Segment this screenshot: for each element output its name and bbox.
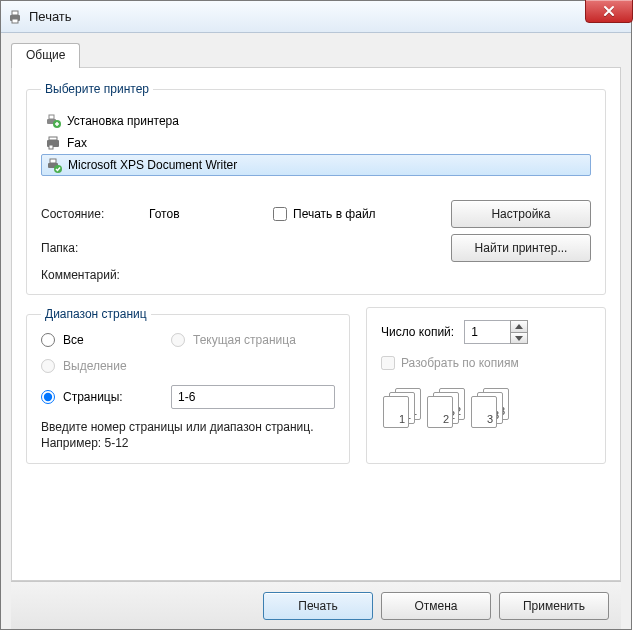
printer-item-xps[interactable]: Microsoft XPS Document Writer bbox=[41, 154, 591, 176]
apply-button[interactable]: Применить bbox=[499, 592, 609, 620]
settings-button[interactable]: Настройка bbox=[451, 200, 591, 228]
print-to-file-label: Печать в файл bbox=[293, 207, 376, 221]
add-printer-icon bbox=[45, 113, 61, 129]
range-pages-radio[interactable] bbox=[41, 390, 55, 404]
printer-item-label: Установка принтера bbox=[67, 114, 179, 128]
printer-icon bbox=[7, 9, 23, 25]
collate-label: Разобрать по копиям bbox=[401, 356, 519, 370]
range-all-label: Все bbox=[63, 333, 84, 347]
range-current: Текущая страница bbox=[171, 333, 335, 347]
folder-label: Папка: bbox=[41, 241, 141, 255]
printer-list[interactable]: Установка принтера Fax Microsoft XPS Doc… bbox=[41, 108, 591, 194]
range-current-radio bbox=[171, 333, 185, 347]
copies-input[interactable] bbox=[464, 320, 510, 344]
copies-group: Число копий: Разобрать по копиям bbox=[366, 307, 606, 464]
tabstrip: Общие bbox=[11, 43, 621, 68]
print-to-file-input[interactable] bbox=[273, 207, 287, 221]
range-all[interactable]: Все bbox=[41, 333, 161, 347]
range-all-radio[interactable] bbox=[41, 333, 55, 347]
comment-label: Комментарий: bbox=[41, 268, 141, 282]
copies-up[interactable] bbox=[510, 320, 528, 332]
fax-icon bbox=[45, 135, 61, 151]
close-button[interactable] bbox=[585, 0, 633, 23]
range-selection-label: Выделение bbox=[63, 359, 127, 373]
collate-illustration: 1 1 1 2 2 2 3 3 3 bbox=[381, 388, 591, 430]
print-dialog: Печать Общие Выберите принтер Установка … bbox=[0, 0, 632, 630]
range-pages[interactable]: Страницы: bbox=[41, 390, 161, 404]
print-to-file-checkbox[interactable]: Печать в файл bbox=[273, 207, 443, 221]
printer-group: Выберите принтер Установка принтера Fax bbox=[26, 82, 606, 295]
tab-general[interactable]: Общие bbox=[11, 43, 80, 68]
printer-group-legend: Выберите принтер bbox=[41, 82, 153, 96]
collate-input bbox=[381, 356, 395, 370]
svg-rect-10 bbox=[50, 159, 56, 163]
pages-input[interactable] bbox=[171, 385, 335, 409]
range-current-label: Текущая страница bbox=[193, 333, 296, 347]
svg-rect-1 bbox=[12, 11, 18, 15]
status-label: Состояние: bbox=[41, 207, 141, 221]
copies-spinner[interactable] bbox=[464, 320, 528, 344]
titlebar: Печать bbox=[1, 1, 631, 33]
find-printer-button[interactable]: Найти принтер... bbox=[451, 234, 591, 262]
page-range-group: Диапазон страниц Все Текущая страница bbox=[26, 307, 350, 464]
svg-rect-7 bbox=[49, 137, 57, 140]
pages-hint: Введите номер страницы или диапазон стра… bbox=[41, 419, 335, 451]
copies-label: Число копий: bbox=[381, 325, 454, 339]
printer-item-add[interactable]: Установка принтера bbox=[41, 110, 591, 132]
page-stack-icon: 3 3 3 bbox=[471, 388, 509, 430]
page-stack-icon: 2 2 2 bbox=[427, 388, 465, 430]
collate-checkbox: Разобрать по копиям bbox=[381, 356, 591, 370]
svg-rect-2 bbox=[12, 19, 18, 23]
window-title: Печать bbox=[29, 9, 72, 24]
printer-item-label: Microsoft XPS Document Writer bbox=[68, 158, 237, 172]
dialog-footer: Печать Отмена Применить bbox=[11, 581, 621, 629]
range-selection: Выделение bbox=[41, 359, 161, 373]
page-stack-icon: 1 1 1 bbox=[383, 388, 421, 430]
printer-ok-icon bbox=[46, 157, 62, 173]
status-value: Готов bbox=[149, 207, 265, 221]
range-selection-radio bbox=[41, 359, 55, 373]
dialog-body: Общие Выберите принтер Установка принтер… bbox=[1, 33, 631, 629]
cancel-button[interactable]: Отмена bbox=[381, 592, 491, 620]
tabpanel-general: Выберите принтер Установка принтера Fax bbox=[11, 67, 621, 581]
print-button[interactable]: Печать bbox=[263, 592, 373, 620]
svg-rect-8 bbox=[49, 145, 53, 149]
printer-item-label: Fax bbox=[67, 136, 87, 150]
printer-item-fax[interactable]: Fax bbox=[41, 132, 591, 154]
copies-down[interactable] bbox=[510, 332, 528, 344]
range-pages-label: Страницы: bbox=[63, 390, 123, 404]
page-range-legend: Диапазон страниц bbox=[41, 307, 151, 321]
svg-rect-4 bbox=[49, 115, 54, 119]
